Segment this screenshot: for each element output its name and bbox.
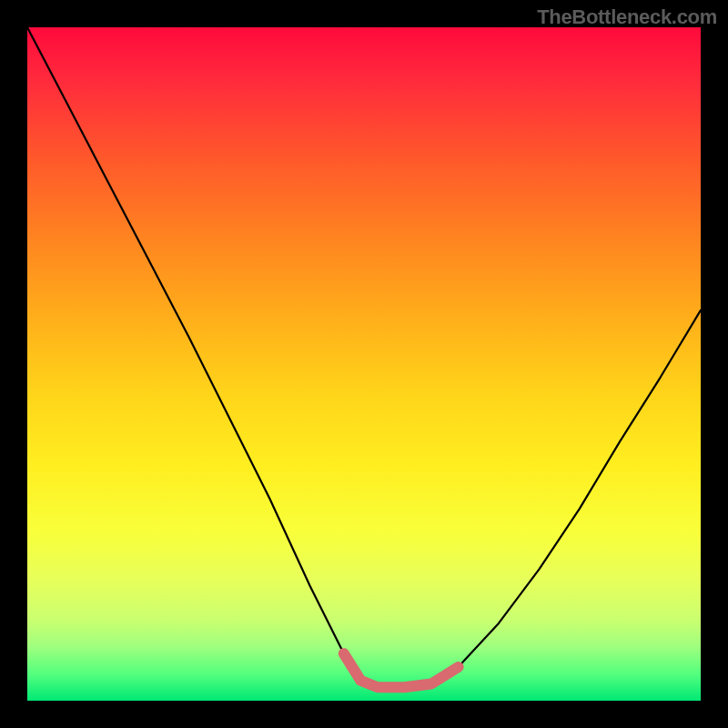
bottleneck-curve: [27, 27, 701, 687]
trough-highlight: [344, 653, 459, 687]
plot-area: [27, 27, 701, 701]
chart-canvas: TheBottleneck.com: [0, 0, 728, 728]
chart-svg: [27, 27, 701, 701]
watermark-text: TheBottleneck.com: [537, 5, 717, 29]
